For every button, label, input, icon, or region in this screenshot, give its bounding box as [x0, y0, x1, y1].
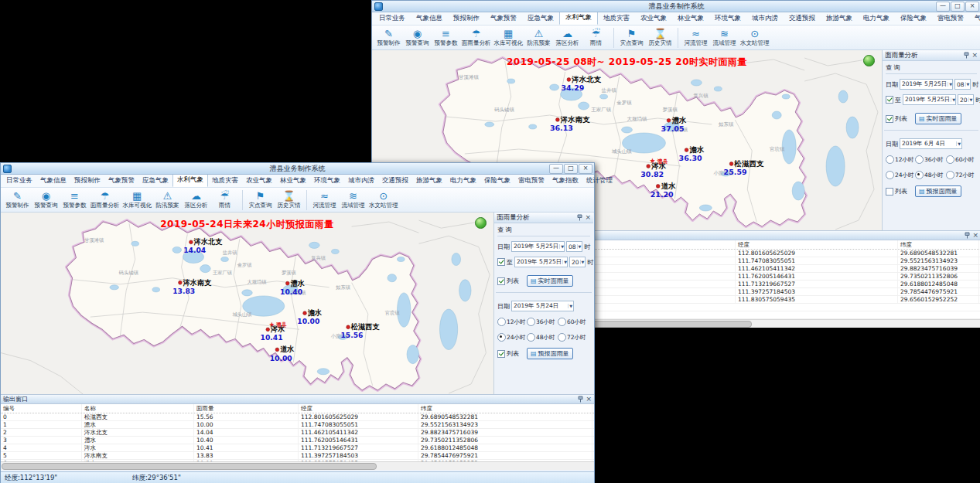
menu-tab-保险气象[interactable]: 保险气象: [895, 12, 932, 25]
toolbar-button-历史灾情[interactable]: ⌛历史灾情: [647, 28, 673, 47]
radio-72小时[interactable]: 72小时: [558, 333, 589, 342]
radio-24小时[interactable]: 24小时: [886, 171, 915, 179]
radio-12小时[interactable]: 12小时: [886, 155, 915, 164]
table-row[interactable]: 0松滋西支15.56112.80160562502929.68905485322…: [1, 413, 594, 421]
toolbar-button-预警查询[interactable]: ◉预警查询: [405, 28, 430, 47]
radio-60小时[interactable]: 60小时: [558, 318, 589, 326]
column-header-纬度[interactable]: 纬度: [898, 240, 979, 249]
menu-tab-气象信息[interactable]: 气象信息: [411, 12, 448, 25]
toolbar-button-河流管理[interactable]: ≈河流管理: [312, 190, 337, 209]
full-extent-button[interactable]: [475, 217, 487, 229]
menu-tab-气象指数[interactable]: 气象指数: [969, 12, 980, 25]
minimize-button[interactable]: —: [549, 164, 563, 174]
forecast-rainfall-button[interactable]: ▤预报面雨量: [527, 348, 573, 359]
menu-tab-日常业务[interactable]: 日常业务: [2, 175, 36, 187]
radio-36小时[interactable]: 36小时: [527, 318, 558, 326]
menu-tab-电力气象[interactable]: 电力气象: [446, 175, 480, 187]
toolbar-button-防汛预案[interactable]: ⚠防汛预案: [155, 190, 180, 209]
toolbar-button-预警制作[interactable]: ✎预警制作: [376, 28, 401, 47]
menu-tab-日常业务[interactable]: 日常业务: [374, 12, 411, 25]
menu-tab-应急气象[interactable]: 应急气象: [522, 12, 559, 25]
realtime-rainfall-button[interactable]: ▤实时面雨量: [915, 113, 961, 124]
station-dot[interactable]: [685, 148, 688, 152]
menu-tab-林业气象[interactable]: 林业气象: [672, 12, 709, 25]
radio-48小时[interactable]: 48小时: [915, 171, 946, 179]
close-button[interactable]: ×: [965, 2, 979, 12]
column-header-面雨量[interactable]: 面雨量: [194, 404, 299, 413]
menu-tab-气象预警[interactable]: 气象预警: [485, 12, 522, 25]
panel-header[interactable]: 面雨量分析 ×: [494, 213, 593, 223]
menu-tab-统计管理[interactable]: 统计管理: [582, 175, 616, 187]
menu-tab-保险气象[interactable]: 保险气象: [480, 175, 514, 187]
column-header-纬度[interactable]: 纬度: [418, 404, 592, 413]
toolbar-button-落区分析[interactable]: ☁落区分析: [183, 190, 209, 209]
menu-tab-气象指数[interactable]: 气象指数: [548, 175, 582, 187]
horizontal-scrollbar[interactable]: [1, 461, 594, 470]
table-row[interactable]: 5涔水南支13.83111.39725718450329.78544769759…: [1, 452, 594, 460]
title-bar[interactable]: 澧县业务制作系统 — □ ×: [1, 163, 594, 175]
toolbar-button-面雨量分析[interactable]: ☂面雨量分析: [90, 190, 120, 209]
toolbar-button-水库可视化[interactable]: ▦水库可视化: [494, 28, 524, 47]
app-window-forecast[interactable]: 澧县业务制作系统 — □ × 日常业务气象信息预报制作气象预警应急气象水利气象地…: [0, 162, 595, 483]
end-hour-dropdown[interactable]: 20▼: [958, 94, 974, 105]
station-dot[interactable]: [647, 165, 650, 168]
toolbar-button-灾点查询[interactable]: ⚑灾点查询: [619, 28, 644, 47]
to-checkbox[interactable]: [886, 96, 893, 104]
scrollbar-thumb[interactable]: [2, 463, 377, 470]
station-dot[interactable]: [179, 281, 183, 284]
menu-tab-应急气象[interactable]: 应急气象: [138, 175, 172, 187]
forecast-rainfall-button[interactable]: ▤预报面雨量: [915, 185, 961, 197]
station-dot[interactable]: [303, 311, 307, 315]
menu-tab-城市内涝[interactable]: 城市内涝: [746, 12, 784, 25]
menu-tab-交通预报[interactable]: 交通预报: [378, 175, 412, 187]
table-row[interactable]: 3澧水10.40111.76200514643129.7350211352806: [1, 437, 594, 444]
pin-icon[interactable]: [578, 396, 583, 403]
toolbar-button-预警参数[interactable]: ≡预警参数: [62, 190, 87, 209]
toolbar-button-预警参数[interactable]: ≡预警参数: [433, 28, 459, 47]
toolbar-button-流域管理[interactable]: ≋流域管理: [712, 28, 737, 47]
start-hour-dropdown[interactable]: 08▼: [566, 241, 582, 252]
list-checkbox[interactable]: [886, 115, 893, 123]
station-dot[interactable]: [567, 78, 571, 82]
station-dot[interactable]: [347, 325, 350, 329]
table-row[interactable]: 1澹水10.00111.74708305505129.5521563134923: [1, 421, 594, 429]
station-dot[interactable]: [667, 118, 671, 122]
column-header-名称[interactable]: 名称: [82, 404, 194, 413]
toolbar-button-防汛预案[interactable]: ⚠防汛预案: [526, 28, 551, 47]
list-checkbox[interactable]: [497, 350, 505, 358]
panel-close-icon[interactable]: ×: [585, 214, 591, 221]
menu-tab-雷电预警[interactable]: 雷电预警: [932, 12, 969, 25]
radio-12小时[interactable]: 12小时: [497, 318, 527, 326]
toolbar-button-灾点查询[interactable]: ⚑灾点查询: [248, 190, 273, 209]
toolbar-button-预警查询[interactable]: ◉预警查询: [33, 190, 59, 209]
toolbar-button-历史灾情[interactable]: ⌛历史灾情: [276, 190, 302, 209]
pin-icon[interactable]: [964, 52, 969, 59]
menu-tab-预报制作[interactable]: 预报制作: [70, 175, 104, 187]
toolbar-button-水文站管理[interactable]: ⊙水文站管理: [740, 28, 770, 47]
panel-close-icon[interactable]: ×: [972, 232, 978, 239]
forecast-date-dropdown[interactable]: 2019年 6月 4日▼: [900, 138, 962, 149]
menu-tab-气象信息[interactable]: 气象信息: [36, 175, 70, 187]
start-hour-dropdown[interactable]: 08▼: [954, 79, 971, 90]
panel-close-icon[interactable]: ×: [586, 396, 592, 403]
column-header-经度[interactable]: 经度: [736, 240, 898, 249]
start-date-dropdown[interactable]: 2019年 5月25日▼: [511, 241, 565, 252]
station-dot[interactable]: [656, 185, 660, 189]
toolbar-button-河流管理[interactable]: ≈河流管理: [683, 28, 709, 47]
toolbar-button-落区分析[interactable]: ☁落区分析: [555, 28, 580, 47]
menu-tab-旅游气象[interactable]: 旅游气象: [412, 175, 446, 187]
menu-tab-农业气象[interactable]: 农业气象: [242, 175, 276, 187]
map-canvas[interactable]: 甘溪滩镇码头铺镇盐井镇金罗镇王家厂镇复兴镇梦溪镇大堰垱镇涔南镇如东镇城头山镇小渡…: [1, 213, 494, 394]
minimize-button[interactable]: —: [936, 2, 950, 12]
toolbar-button-雨情[interactable]: ☔雨情: [212, 190, 237, 209]
panel-header[interactable]: 面雨量分析 ×: [883, 50, 980, 61]
full-extent-button[interactable]: [863, 55, 875, 66]
list-checkbox[interactable]: [497, 277, 505, 285]
pin-icon[interactable]: [577, 214, 582, 221]
toolbar-button-雨情[interactable]: ☔雨情: [583, 28, 609, 47]
menu-tab-旅游气象[interactable]: 旅游气象: [821, 12, 858, 25]
end-date-dropdown[interactable]: 2019年 5月25日▼: [514, 257, 568, 267]
output-window-header[interactable]: 输出窗口 ×: [1, 395, 594, 404]
menu-tab-农业气象[interactable]: 农业气象: [635, 12, 672, 25]
end-date-dropdown[interactable]: 2019年 5月25日▼: [903, 94, 956, 105]
